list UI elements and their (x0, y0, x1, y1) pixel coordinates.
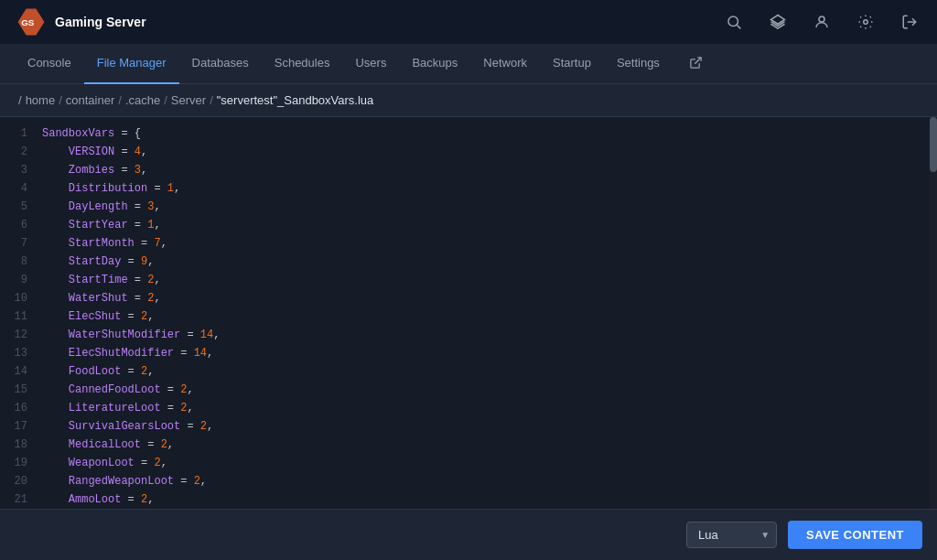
line-numbers: 1234567891011121314151617181920212223 (0, 117, 38, 509)
svg-point-5 (819, 16, 824, 22)
nav-databases[interactable]: Databases (179, 44, 262, 84)
breadcrumb-filename: "servertest"_SandboxVars.lua (217, 93, 374, 107)
logo-icon: GS (15, 5, 48, 38)
nav-external-link[interactable] (676, 44, 716, 84)
nav-settings[interactable]: Settings (604, 44, 673, 84)
code-line: StartDay = 9, (42, 253, 937, 271)
code-line: StartTime = 2, (42, 271, 937, 289)
line-number: 5 (7, 198, 27, 216)
code-content[interactable]: SandboxVars = { VERSION = 4, Zombies = 3… (38, 117, 937, 509)
code-line: StartYear = 1, (42, 216, 937, 234)
logout-icon[interactable] (897, 9, 922, 35)
line-number: 10 (7, 289, 27, 307)
nav-console[interactable]: Console (15, 44, 84, 84)
breadcrumb-sep1: / (59, 93, 62, 107)
search-icon[interactable] (721, 9, 747, 35)
line-number: 16 (7, 399, 27, 417)
code-line: Distribution = 1, (42, 179, 937, 198)
line-number: 14 (7, 362, 27, 381)
code-line: RangedWeaponLoot = 2, (42, 472, 937, 490)
nav-schedules[interactable]: Schedules (262, 44, 343, 84)
svg-point-2 (728, 16, 738, 27)
code-line: DayLength = 3, (42, 198, 937, 216)
code-line: SandboxVars = { (42, 124, 937, 143)
line-number: 2 (7, 143, 27, 161)
code-line: MedicalLoot = 2, (42, 436, 937, 454)
nav-startup[interactable]: Startup (540, 44, 604, 84)
code-line: LiteratureLoot = 2, (42, 399, 937, 417)
line-number: 7 (7, 234, 27, 253)
nav-network[interactable]: Network (470, 44, 540, 84)
svg-line-8 (695, 58, 701, 64)
app-title: Gaming Server (55, 15, 146, 30)
line-number: 20 (7, 472, 27, 490)
breadcrumb: / home / container / .cache / Server / "… (0, 84, 937, 117)
language-select-wrapper[interactable]: Lua Plain Text JSON YAML (686, 522, 777, 548)
main-content: 1234567891011121314151617181920212223 Sa… (0, 117, 937, 509)
line-number: 6 (7, 216, 27, 234)
code-line: FoodLoot = 2, (42, 362, 937, 381)
line-number: 17 (7, 417, 27, 436)
code-line: WaterShutModifier = 14, (42, 326, 937, 344)
breadcrumb-slash[interactable]: / (18, 93, 22, 107)
scrollbar-thumb[interactable] (930, 117, 937, 172)
line-number: 19 (7, 454, 27, 472)
line-number: 9 (7, 271, 27, 289)
layers-icon[interactable] (765, 9, 791, 35)
nav-backups[interactable]: Backups (399, 44, 470, 84)
code-line: ElecShutModifier = 14, (42, 344, 937, 362)
logo-area: GS Gaming Server (15, 5, 146, 38)
line-number: 4 (7, 179, 27, 198)
line-number: 12 (7, 326, 27, 344)
code-line: WeaponLoot = 2, (42, 454, 937, 472)
breadcrumb-sep2: / (118, 93, 122, 107)
line-number: 11 (7, 307, 27, 326)
line-number: 1 (7, 124, 27, 143)
save-content-button[interactable]: SAVE CONTENT (788, 521, 922, 549)
code-line: CannedFoodLoot = 2, (42, 381, 937, 399)
breadcrumb-cache[interactable]: .cache (125, 93, 160, 107)
breadcrumb-home[interactable]: home (26, 93, 56, 107)
breadcrumb-server[interactable]: Server (171, 93, 206, 107)
svg-line-3 (737, 25, 740, 28)
code-line: StartMonth = 7, (42, 234, 937, 253)
code-line: ElecShut = 2, (42, 307, 937, 326)
line-number: 18 (7, 436, 27, 454)
user-icon[interactable] (809, 9, 835, 35)
code-line: Zombies = 3, (42, 161, 937, 179)
svg-point-6 (864, 20, 868, 25)
svg-text:GS: GS (21, 17, 35, 27)
gear-icon[interactable] (853, 9, 878, 35)
line-number: 8 (7, 253, 27, 271)
code-line: WaterShut = 2, (42, 289, 937, 307)
code-line: AmmoLoot = 2, (42, 490, 937, 509)
top-bar: GS Gaming Server (0, 0, 937, 44)
line-number: 15 (7, 381, 27, 399)
line-number: 13 (7, 344, 27, 362)
code-line: VERSION = 4, (42, 143, 937, 161)
code-line: SurvivalGearsLoot = 2, (42, 417, 937, 436)
nav-file-manager[interactable]: File Manager (84, 44, 179, 84)
line-number: 3 (7, 161, 27, 179)
top-icons-group (721, 9, 922, 35)
scrollbar-track[interactable] (930, 117, 937, 509)
nav-bar: Console File Manager Databases Schedules… (0, 44, 937, 84)
breadcrumb-sep3: / (164, 93, 167, 107)
code-editor[interactable]: 1234567891011121314151617181920212223 Sa… (0, 117, 937, 509)
nav-users[interactable]: Users (342, 44, 399, 84)
logo-text: Gaming Server (55, 15, 146, 30)
language-select[interactable]: Lua Plain Text JSON YAML (686, 522, 777, 548)
line-number: 21 (7, 490, 27, 509)
breadcrumb-sep4: / (210, 93, 213, 107)
bottom-bar: Lua Plain Text JSON YAML SAVE CONTENT (0, 509, 937, 560)
breadcrumb-container[interactable]: container (66, 93, 114, 107)
